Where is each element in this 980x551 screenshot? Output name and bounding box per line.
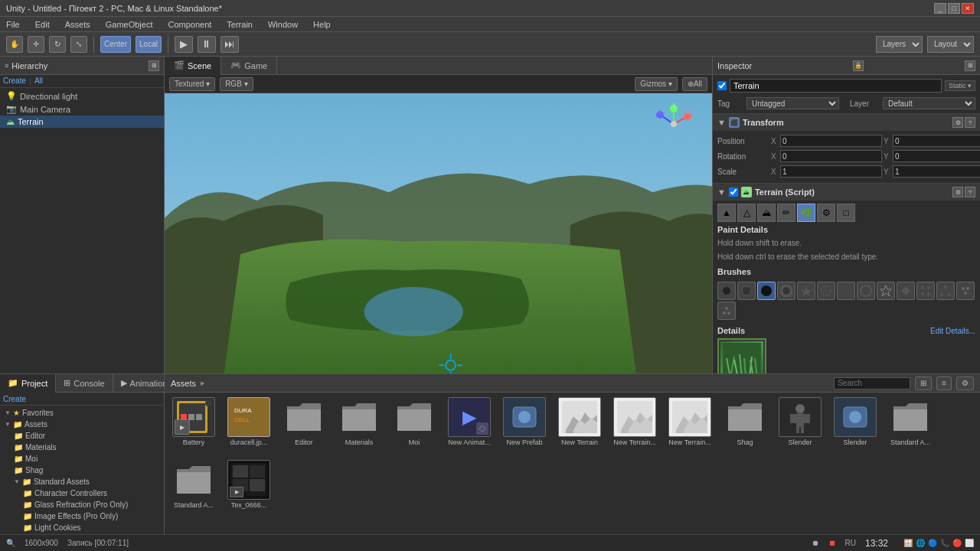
terrain-script-header[interactable]: ▼ ⛰ Terrain (Script) ⚙ ? [713,184,980,201]
brush-6[interactable] [837,282,855,300]
scale-x[interactable] [780,165,882,178]
taskbar-chrome[interactable]: 🔵 [928,539,937,547]
brush-1[interactable] [737,282,756,300]
terrain-help-btn[interactable]: ? [965,187,975,197]
brush-3[interactable] [777,282,795,300]
hier-item-terrain[interactable]: ⛰ Terrain [0,116,164,128]
asset-new-animation[interactable]: ▶ ◯ New Animat... [443,396,495,455]
pivot-local-btn[interactable]: Local [136,36,162,53]
layer-select[interactable]: Default [883,97,975,109]
rotation-x[interactable] [780,150,882,162]
asset-new-terrain3[interactable]: New Terrain... [664,396,716,455]
assets-icon1-btn[interactable]: ⊞ [915,377,932,390]
hier-item-main-camera[interactable]: 📷 Main Camera [0,103,164,116]
pivot-center-btn[interactable]: Center [100,36,131,53]
layout-dropdown[interactable]: Layout [927,36,974,53]
asset-duracell[interactable]: DURA CELL duracell.jp... [223,396,275,455]
transform-settings-btn[interactable]: ⚙ [952,117,963,128]
menu-edit[interactable]: Edit [32,19,53,30]
terrain-paint-details-btn[interactable]: ⚙ [817,204,835,222]
tree-glass-refraction[interactable]: 📁 Glass Refraction (Pro Only) [0,499,164,510]
hier-item-directional-light[interactable]: 💡 Directional light [0,90,164,103]
asset-standard-a2[interactable]: Standard A... [168,458,220,518]
inspector-lock-btn[interactable]: 🔒 [853,60,864,71]
taskbar-ie[interactable]: 🌐 [916,539,925,547]
asset-tex0666[interactable]: ▶ Tex_0666... [223,458,275,518]
menu-file[interactable]: File [3,19,23,30]
asset-new-prefab[interactable]: New Prefab [498,396,550,455]
scene-tab-game[interactable]: 🎮 Game [221,57,277,75]
position-x[interactable] [780,135,882,147]
tree-moi[interactable]: 📁 Moi [0,453,164,465]
hierarchy-create-label[interactable]: Create [3,77,26,86]
hierarchy-menu-btn[interactable]: ⊞ [149,60,159,71]
tag-select[interactable]: Untagged [746,97,839,109]
tool-hand[interactable]: ✋ [6,36,23,53]
layers-dropdown[interactable]: Layers [876,36,923,53]
minimize-btn[interactable]: _ [934,3,946,14]
transform-header[interactable]: ▼ ⬛ Transform ⚙ ? [713,114,980,131]
asset-editor-folder[interactable]: Editor [278,396,330,455]
step-btn[interactable]: ⏭ [220,36,239,53]
terrain-active-checkbox[interactable] [729,187,738,197]
tree-editor[interactable]: 📁 Editor [0,430,164,442]
project-create-label[interactable]: Create [3,395,26,403]
asset-materials-folder[interactable]: Materials [333,396,385,455]
menu-gameobject[interactable]: GameObject [103,19,156,30]
hierarchy-all-label[interactable]: All [34,77,43,86]
asset-slender1[interactable]: Slender [774,396,826,455]
menu-component[interactable]: Component [165,19,214,30]
terrain-paint-height-btn[interactable]: △ [737,204,756,222]
close-btn[interactable]: ✕ [962,3,974,14]
menu-window[interactable]: Window [265,19,301,30]
menu-help[interactable]: Help [310,19,334,30]
play-btn[interactable]: ▶ [175,36,193,53]
terrain-smooth-btn[interactable]: ⛰ [757,204,776,222]
menu-terrain[interactable]: Terrain [224,19,256,30]
terrain-raise-btn[interactable]: ▲ [717,204,736,222]
tree-materials[interactable]: 📁 Materials [0,442,164,453]
brush-12[interactable] [956,282,975,300]
asset-new-terrain1[interactable]: New Terrain [554,396,606,455]
brush-8[interactable] [877,282,895,300]
scene-textured-btn[interactable]: Textured ▾ [169,77,215,91]
scene-viewport[interactable]: X Z Y [165,93,712,373]
tree-light-flares[interactable]: 📁 Light Flares [0,533,164,534]
tree-favorites[interactable]: ▼ ★ Favorites [0,407,164,419]
rotation-y[interactable] [893,150,980,162]
brush-5[interactable] [817,282,835,300]
brush-10[interactable] [916,282,935,300]
terrain-place-trees-btn[interactable]: 🌿 [797,204,815,222]
static-dropdown[interactable]: Static ▾ [945,80,975,91]
project-tab-console[interactable]: ⊞ Console [56,374,113,393]
transform-help-btn[interactable]: ? [965,117,975,128]
object-name-input[interactable] [730,79,942,93]
tool-rotate[interactable]: ↻ [49,36,66,53]
tool-move[interactable]: ✛ [28,36,44,53]
brush-0[interactable] [717,282,736,300]
stop-btn[interactable]: ⏹ [828,539,836,547]
brush-2[interactable] [757,282,776,300]
taskbar-skype[interactable]: 📞 [940,539,949,547]
terrain-settings-btn[interactable]: ⚙ [952,187,963,197]
project-tab-project[interactable]: 📁 Project [0,374,56,393]
grass2-detail[interactable]: Grass2 [717,338,766,373]
tree-shag[interactable]: 📁 Shag [0,465,164,476]
scene-gizmos-btn[interactable]: Gizmos ▾ [635,77,678,91]
brush-13[interactable] [717,302,736,320]
edit-details-btn[interactable]: Edit Details... [930,327,975,335]
scene-all-btn[interactable]: ⊕All [682,77,707,91]
taskbar-start[interactable]: 🪟 [903,539,913,547]
maximize-btn[interactable]: □ [948,3,960,14]
brush-11[interactable] [936,282,955,300]
asset-standard-a1[interactable]: Standard A... [884,396,936,455]
tree-character-controllers[interactable]: 📁 Character Controllers [0,487,164,499]
tree-standard-assets[interactable]: ▼ 📁 Standard Assets [0,476,164,487]
assets-icon2-btn[interactable]: ≡ [936,377,952,390]
asset-battery[interactable]: ▶ Battery [168,396,220,455]
menu-assets[interactable]: Assets [62,19,93,30]
asset-new-terrain2[interactable]: New Terrain... [609,396,661,455]
asset-slender2[interactable]: Slender [829,396,881,455]
brush-9[interactable] [897,282,915,300]
tree-image-effects[interactable]: 📁 Image Effects (Pro Only) [0,510,164,522]
